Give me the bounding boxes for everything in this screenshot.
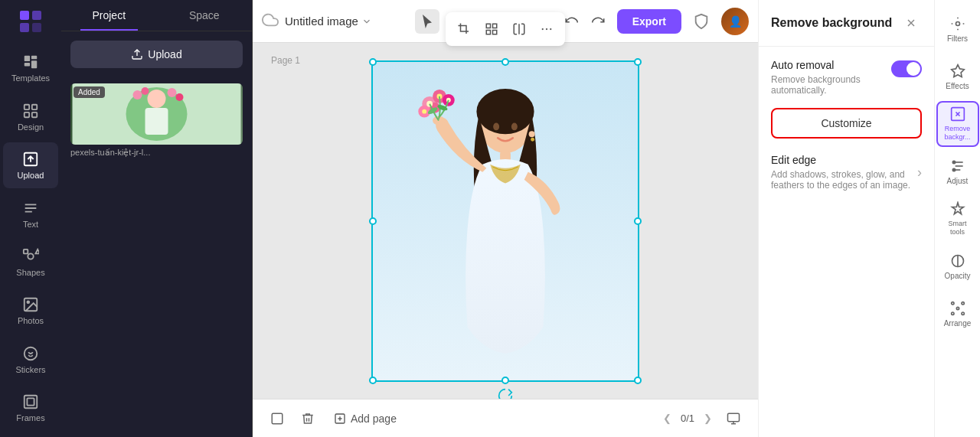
svg-rect-32 [493, 24, 497, 28]
trash-button[interactable] [296, 406, 320, 431]
flip-tool-button[interactable] [507, 17, 531, 41]
svg-point-36 [542, 28, 544, 30]
auto-removal-row: Auto removal Remove backgrounds automati… [771, 59, 922, 96]
media-thumbnail[interactable]: Added pexels-tuấn-kiệt-jr-l... [70, 83, 243, 158]
left-sidebar: Templates Design Upload Text Shapes Phot… [0, 0, 61, 437]
right-panel-opacity[interactable]: Opacity [936, 243, 979, 289]
upload-button[interactable]: Upload [70, 41, 243, 68]
right-panel-filters[interactable]: Filters [936, 6, 979, 52]
added-badge: Added [74, 86, 105, 98]
cloud-icon [262, 11, 279, 31]
svg-rect-10 [24, 113, 29, 117]
fullscreen-button[interactable] [265, 406, 289, 431]
svg-point-75 [952, 161, 955, 163]
svg-point-43 [493, 122, 499, 130]
sidebar-item-frames[interactable]: Frames [3, 386, 58, 431]
svg-point-44 [511, 122, 518, 130]
svg-rect-9 [32, 104, 37, 109]
sidebar-item-shapes[interactable]: Shapes [3, 240, 58, 285]
sidebar-item-photos[interactable]: Photos [3, 289, 58, 334]
edit-edge-title: Edit edge [771, 154, 917, 166]
handle-top-mid[interactable] [501, 58, 509, 66]
logo-button[interactable] [15, 6, 46, 37]
svg-rect-6 [24, 63, 30, 67]
svg-rect-60 [272, 413, 283, 424]
tab-space[interactable]: Space [157, 0, 253, 31]
svg-rect-14 [24, 249, 28, 254]
svg-point-78 [956, 307, 959, 309]
export-button[interactable]: Export [617, 9, 681, 34]
handle-top-right[interactable] [634, 58, 642, 66]
svg-rect-7 [31, 60, 37, 68]
close-panel-button[interactable] [900, 12, 922, 34]
svg-rect-19 [24, 396, 38, 409]
svg-point-45 [529, 131, 535, 137]
auto-removal-text: Auto removal Remove backgrounds automati… [771, 59, 885, 96]
rotate-handle[interactable] [498, 388, 513, 399]
sidebar-item-design[interactable]: Design [3, 94, 58, 139]
user-avatar[interactable]: 👤 [721, 8, 749, 35]
sidebar-item-templates[interactable]: Templates [3, 46, 58, 91]
panel-header: Remove background [759, 0, 934, 47]
document-title[interactable]: Untitled image [285, 15, 372, 28]
svg-point-82 [962, 312, 964, 315]
right-panel-remove-bg[interactable]: Removebackgr... [936, 101, 979, 147]
canvas-content: Page 1 [253, 43, 758, 399]
handle-top-left[interactable] [369, 58, 377, 66]
svg-rect-4 [24, 56, 30, 61]
panel-body: Auto removal Remove backgrounds automati… [759, 47, 934, 206]
svg-point-37 [546, 28, 547, 30]
svg-point-26 [133, 90, 142, 99]
svg-marker-70 [951, 64, 964, 77]
svg-rect-31 [486, 24, 490, 28]
present-button[interactable] [721, 406, 746, 431]
svg-rect-33 [486, 31, 490, 34]
right-panel-adjust[interactable]: Adjust [936, 148, 979, 194]
svg-rect-5 [31, 56, 37, 60]
handle-mid-right[interactable] [634, 217, 642, 225]
canvas-toolbar [446, 12, 565, 46]
svg-rect-1 [32, 11, 41, 20]
handle-mid-left[interactable] [369, 217, 377, 225]
shield-button[interactable] [688, 8, 715, 35]
edit-edge-text: Edit edge Add shadows, strokes, glow, an… [771, 154, 917, 191]
bottom-bar: Add page ❮ 0/1 ❯ [253, 399, 758, 437]
svg-point-24 [148, 90, 166, 108]
right-panel: Filters Effects Removebackgr... Adjust S… [934, 0, 980, 437]
svg-point-76 [952, 168, 955, 171]
handle-bot-right[interactable] [634, 377, 642, 384]
svg-rect-11 [32, 113, 37, 117]
tab-project[interactable]: Project [61, 0, 157, 31]
sidebar-item-text[interactable]: Text [3, 191, 58, 236]
grid-tool-button[interactable] [479, 17, 504, 41]
chevron-right-icon: › [917, 165, 922, 181]
select-tool-button[interactable] [415, 9, 439, 34]
add-page-button[interactable]: Add page [326, 408, 404, 429]
right-panel-effects[interactable]: Effects [936, 54, 979, 99]
right-panel-smart-tools[interactable]: Smarttools [936, 196, 979, 242]
svg-point-79 [951, 302, 953, 304]
page-label: Page 1 [271, 55, 300, 66]
canvas-area: Untitled image 39% [253, 0, 758, 437]
customize-button[interactable]: Customize [771, 108, 922, 139]
sidebar-item-stickers[interactable]: Stickers [3, 337, 58, 382]
edit-edge-row[interactable]: Edit edge Add shadows, strokes, glow, an… [771, 151, 922, 194]
auto-removal-toggle[interactable] [891, 60, 922, 77]
next-page-button[interactable]: ❯ [701, 409, 715, 427]
edit-edge-desc: Add shadows, strokes, glow, and feathers… [771, 169, 917, 191]
redo-button[interactable] [586, 9, 611, 34]
crop-tool-button[interactable] [452, 17, 476, 41]
prev-page-button[interactable]: ❮ [660, 409, 675, 427]
svg-point-81 [951, 312, 953, 315]
handle-bot-left[interactable] [369, 377, 377, 384]
image-container[interactable] [371, 60, 639, 382]
svg-rect-0 [20, 11, 29, 20]
thumbnail-image: Added [70, 83, 243, 145]
sidebar-item-upload[interactable]: Upload [3, 142, 58, 188]
right-panel-arrange[interactable]: Arrange [936, 291, 979, 337]
svg-rect-8 [24, 104, 29, 109]
handle-bot-mid[interactable] [501, 377, 509, 384]
more-options-button[interactable] [534, 17, 559, 41]
svg-point-17 [27, 302, 29, 304]
undo-redo-group [559, 9, 611, 34]
